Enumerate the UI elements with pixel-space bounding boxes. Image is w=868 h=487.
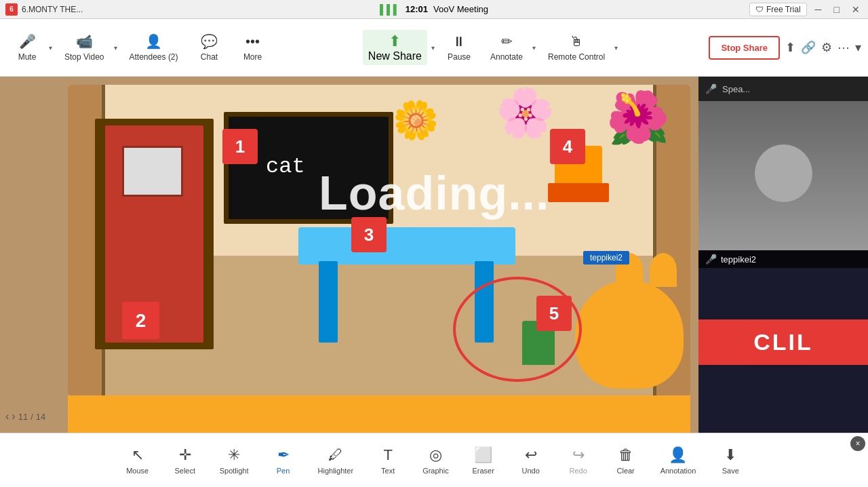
video-name-bar: 🎤 teppikei2 xyxy=(698,250,868,268)
new-share-button[interactable]: ⬆ New Share xyxy=(363,30,427,65)
select-tool-button[interactable]: ✛ Select xyxy=(161,437,209,484)
upload-icon[interactable]: ⬆ xyxy=(785,40,795,55)
clear-label: Clear xyxy=(617,467,635,475)
annotate-arrow[interactable]: ▾ xyxy=(531,44,537,52)
annotation-label: Annotation xyxy=(660,467,696,475)
attendees-button[interactable]: 👤 Attendees (2) xyxy=(121,29,186,66)
clear-icon: 🗑 xyxy=(618,446,633,464)
annotate-icon: ✏ xyxy=(501,33,513,50)
annotate-label: Annotate xyxy=(490,52,523,62)
remote-control-button[interactable]: 🖱 Remote Control xyxy=(540,30,613,66)
loading-overlay-text: Loading... xyxy=(319,166,550,220)
more-options-icon[interactable]: ⋯ xyxy=(837,40,850,55)
eraser-label: Eraser xyxy=(472,467,494,475)
toolbar-left-group: 🎤 Mute ▾ 📹 Stop Video ▾ 👤 Attendees (2) … xyxy=(7,29,273,66)
video-arrow[interactable]: ▾ xyxy=(113,44,119,52)
pause-button[interactable]: ⏸ Pause xyxy=(439,30,479,66)
next-page-button[interactable]: › xyxy=(12,410,15,423)
toolbar-right-group: Stop Share ⬆ 🔗 ⚙ ⋯ ▾ xyxy=(709,36,861,60)
participant-name: teppikei2 xyxy=(721,254,756,265)
annotate-group[interactable]: ✏ Annotate ▾ xyxy=(482,29,537,66)
prev-page-button[interactable]: ‹ xyxy=(5,410,9,423)
meeting-name: VooV Meeting xyxy=(433,4,488,14)
remote-control-group[interactable]: 🖱 Remote Control ▾ xyxy=(540,30,619,66)
slide-area: 2 cat 1 3 4 xyxy=(0,77,698,433)
attendees-icon: 👤 xyxy=(145,33,162,50)
speaker-row: 🎤 Spea... xyxy=(698,77,868,101)
meeting-toolbar: 🎤 Mute ▾ 📹 Stop Video ▾ 👤 Attendees (2) … xyxy=(0,19,868,77)
camera-icon: 📹 xyxy=(76,33,93,50)
stop-share-button[interactable]: Stop Share xyxy=(709,36,780,60)
annotation-button[interactable]: 👤 Annotation xyxy=(650,437,707,484)
pink-flower: 🌸 xyxy=(496,85,555,140)
text-icon: T xyxy=(383,446,392,464)
annotation-icon: 👤 xyxy=(669,446,687,464)
pen-tool-button[interactable]: ✒ Pen xyxy=(260,437,307,484)
share-link-icon[interactable]: 🔗 xyxy=(801,40,816,55)
main-content: 2 cat 1 3 4 xyxy=(0,77,868,433)
meeting-time: 12:01 xyxy=(406,4,428,14)
window-controls: 🛡 Free Trial ─ □ ✕ xyxy=(749,3,868,16)
undo-button[interactable]: ↩ Undo xyxy=(507,437,555,484)
mouse-tool-button[interactable]: ↖ Mouse xyxy=(114,437,161,484)
number-2-badge: 2 xyxy=(122,302,159,339)
graphic-tool-button[interactable]: ◎ Graphic xyxy=(412,437,460,484)
video-person xyxy=(698,101,868,250)
stop-video-button[interactable]: 📹 Stop Video xyxy=(56,29,113,66)
more-button[interactable]: ••• More xyxy=(233,30,273,66)
chair-seat xyxy=(548,183,609,202)
remote-icon: 🖱 xyxy=(570,34,583,50)
highlighter-tool-button[interactable]: 🖊 Highlighter xyxy=(307,437,365,484)
orange-flower: 🌺 xyxy=(606,88,670,148)
expand-icon[interactable]: ▾ xyxy=(855,40,861,55)
mic-off-icon: 🎤 xyxy=(705,83,717,94)
highlighter-icon: 🖊 xyxy=(328,446,343,464)
close-button[interactable]: ✕ xyxy=(848,3,864,16)
close-annotation-button[interactable]: × xyxy=(850,436,865,451)
pen-label: Pen xyxy=(277,467,290,475)
redo-button[interactable]: ↪ Redo xyxy=(555,437,602,484)
door-window xyxy=(122,146,183,197)
window-title: 6.MONTY THE... xyxy=(22,5,83,14)
table-leg-left xyxy=(319,261,338,343)
save-button[interactable]: ⬇ Save xyxy=(707,437,754,484)
slide-bottom-bar xyxy=(68,395,690,433)
app-title-area: 6 6.MONTY THE... xyxy=(0,3,88,16)
table-top xyxy=(298,227,515,265)
clear-button[interactable]: 🗑 Clear xyxy=(602,437,650,484)
more-label: More xyxy=(243,52,262,62)
mute-group[interactable]: 🎤 Mute ▾ xyxy=(7,29,54,66)
mouse-label: Mouse xyxy=(126,467,149,475)
stop-video-group[interactable]: 📹 Stop Video ▾ xyxy=(56,29,119,66)
shield-icon: 🛡 xyxy=(755,5,764,14)
participant-mic-icon: 🎤 xyxy=(705,254,717,265)
chat-label: Chat xyxy=(201,52,218,62)
attendees-group[interactable]: 👤 Attendees (2) xyxy=(121,29,186,66)
total-pages: 14 xyxy=(36,412,45,422)
annotate-button[interactable]: ✏ Annotate xyxy=(482,29,531,66)
maximize-button[interactable]: □ xyxy=(830,3,844,16)
undo-icon: ↩ xyxy=(525,446,537,464)
red-circle-annotation xyxy=(453,277,582,382)
clil-badge: CLIL xyxy=(698,319,868,365)
remote-arrow[interactable]: ▾ xyxy=(613,44,619,52)
spotlight-tool-button[interactable]: ✳ Spotlight xyxy=(209,437,260,484)
mute-arrow[interactable]: ▾ xyxy=(47,44,54,52)
chat-button[interactable]: 💬 Chat xyxy=(189,29,230,66)
new-share-arrow[interactable]: ▾ xyxy=(430,44,436,52)
pause-icon: ⏸ xyxy=(452,34,466,50)
redo-icon: ↪ xyxy=(572,446,585,464)
mute-button[interactable]: 🎤 Mute xyxy=(7,29,47,66)
highlighter-label: Highlighter xyxy=(318,467,354,475)
text-tool-button[interactable]: T Text xyxy=(364,437,412,484)
attendees-label: Attendees (2) xyxy=(130,52,178,62)
number-1-badge: 1 xyxy=(222,129,258,164)
yellow-flower: 🌼 xyxy=(393,98,439,142)
eraser-tool-button[interactable]: ⬜ Eraser xyxy=(460,437,507,484)
minimize-button[interactable]: ─ xyxy=(811,3,826,16)
settings-icon[interactable]: ⚙ xyxy=(821,40,832,55)
toolbar-center-group: ⬆ New Share ▾ ⏸ Pause ✏ Annotate ▾ 🖱 Rem… xyxy=(273,29,709,66)
number-4-badge: 4 xyxy=(550,129,585,164)
classroom-slide: 2 cat 1 3 4 xyxy=(68,85,690,395)
video-panel: 🎤 Spea... 🎤 teppikei2 CLIL xyxy=(698,77,868,433)
